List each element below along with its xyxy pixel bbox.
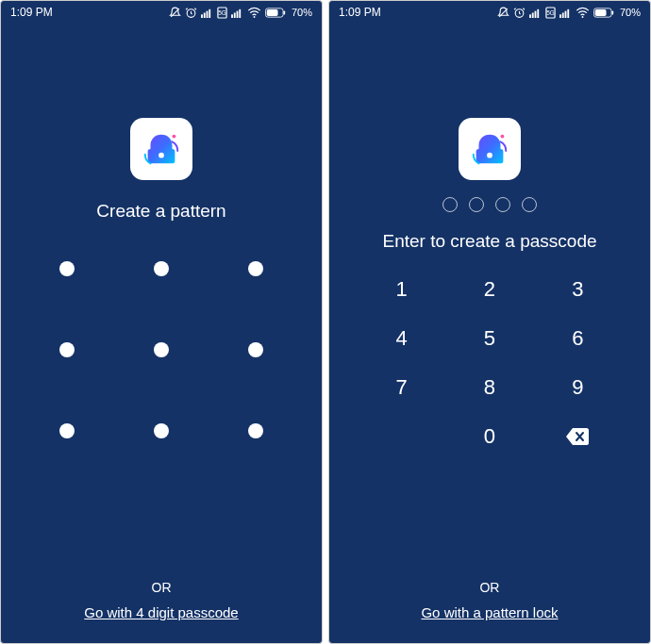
key-2[interactable]: 2 <box>445 265 533 314</box>
passcode-dot-3 <box>495 197 510 212</box>
status-time: 1:09 PM <box>339 6 381 19</box>
key-7[interactable]: 7 <box>358 363 445 412</box>
svg-point-35 <box>501 135 505 139</box>
svg-rect-8 <box>231 14 233 18</box>
pattern-dot-3[interactable] <box>248 261 263 276</box>
backspace-button[interactable] <box>534 412 622 461</box>
switch-to-pattern-link[interactable]: Go with a pattern lock <box>421 604 558 620</box>
svg-rect-4 <box>207 10 209 17</box>
svg-rect-21 <box>532 12 534 18</box>
pattern-screen: 1:09 PM 5G 70% Create a pattern <box>0 0 323 644</box>
page-title: Enter to create a passcode <box>382 231 596 252</box>
signal2-icon <box>231 8 243 18</box>
svg-text:5G: 5G <box>546 9 555 16</box>
svg-rect-27 <box>562 12 564 18</box>
battery-percent: 70% <box>292 7 312 18</box>
svg-point-16 <box>159 153 164 158</box>
numeric-keypad: 1 2 3 4 5 6 7 8 9 0 <box>358 265 622 461</box>
pattern-grid[interactable] <box>53 261 270 438</box>
app-icon <box>459 118 521 180</box>
page-title: Create a pattern <box>96 201 225 222</box>
backspace-icon <box>566 428 589 445</box>
dnd-icon <box>497 7 509 19</box>
battery-percent: 70% <box>620 7 641 18</box>
app-icon <box>130 118 192 180</box>
pattern-dot-9[interactable] <box>248 423 263 438</box>
key-4[interactable]: 4 <box>358 314 445 363</box>
svg-rect-5 <box>209 8 210 17</box>
svg-rect-14 <box>267 9 278 16</box>
pattern-dot-7[interactable] <box>59 423 75 438</box>
wifi-icon <box>247 7 261 18</box>
passcode-dot-4 <box>522 197 537 212</box>
pattern-dot-4[interactable] <box>59 342 75 357</box>
svg-rect-28 <box>565 10 567 17</box>
status-time: 1:09 PM <box>10 6 53 19</box>
passcode-screen: 1:09 PM 5G 70% <box>328 0 651 644</box>
svg-point-30 <box>582 16 584 18</box>
svg-rect-33 <box>611 10 613 14</box>
svg-rect-2 <box>201 14 203 18</box>
wifi-icon <box>576 7 590 18</box>
svg-rect-3 <box>204 12 206 18</box>
or-label: OR <box>421 580 558 595</box>
sim-icon: 5G <box>545 7 556 19</box>
passcode-dot-2 <box>469 197 484 212</box>
svg-rect-20 <box>529 14 531 18</box>
switch-to-passcode-link[interactable]: Go with 4 digit passcode <box>84 604 238 620</box>
key-1[interactable]: 1 <box>358 265 445 314</box>
or-label: OR <box>84 580 238 595</box>
key-3[interactable]: 3 <box>534 265 622 314</box>
pattern-dot-1[interactable] <box>59 261 75 276</box>
svg-point-34 <box>487 153 492 158</box>
key-6[interactable]: 6 <box>534 314 622 363</box>
alarm-icon <box>513 7 526 19</box>
battery-icon <box>265 8 286 18</box>
signal2-icon <box>559 8 572 18</box>
battery-icon <box>593 8 614 18</box>
svg-rect-32 <box>595 9 607 16</box>
pattern-dot-8[interactable] <box>154 423 169 438</box>
svg-rect-23 <box>537 8 539 17</box>
svg-rect-26 <box>559 14 561 18</box>
alarm-icon <box>185 7 197 19</box>
key-5[interactable]: 5 <box>445 314 533 363</box>
key-blank <box>358 412 445 461</box>
passcode-dot-1 <box>442 197 458 212</box>
svg-text:5G: 5G <box>218 9 226 16</box>
pattern-dot-2[interactable] <box>154 261 169 276</box>
svg-rect-9 <box>234 12 236 18</box>
sim-icon: 5G <box>217 7 227 19</box>
svg-rect-10 <box>237 10 239 17</box>
key-0[interactable]: 0 <box>445 412 533 461</box>
key-9[interactable]: 9 <box>534 363 622 412</box>
signal-icon <box>529 8 542 18</box>
status-icons: 5G 70% <box>169 7 312 19</box>
svg-rect-15 <box>283 10 285 14</box>
svg-point-12 <box>254 16 256 18</box>
svg-rect-29 <box>567 8 569 17</box>
status-icons: 5G 70% <box>497 7 641 19</box>
status-bar: 1:09 PM 5G 70% <box>1 1 322 24</box>
svg-rect-11 <box>239 8 241 17</box>
key-8[interactable]: 8 <box>445 363 533 412</box>
pattern-dot-6[interactable] <box>248 342 263 357</box>
svg-point-17 <box>173 135 176 139</box>
passcode-indicators <box>442 197 537 212</box>
svg-rect-22 <box>535 10 537 17</box>
pattern-dot-5[interactable] <box>154 342 169 357</box>
signal-icon <box>201 8 213 18</box>
dnd-icon <box>169 7 181 19</box>
status-bar: 1:09 PM 5G 70% <box>329 1 650 24</box>
